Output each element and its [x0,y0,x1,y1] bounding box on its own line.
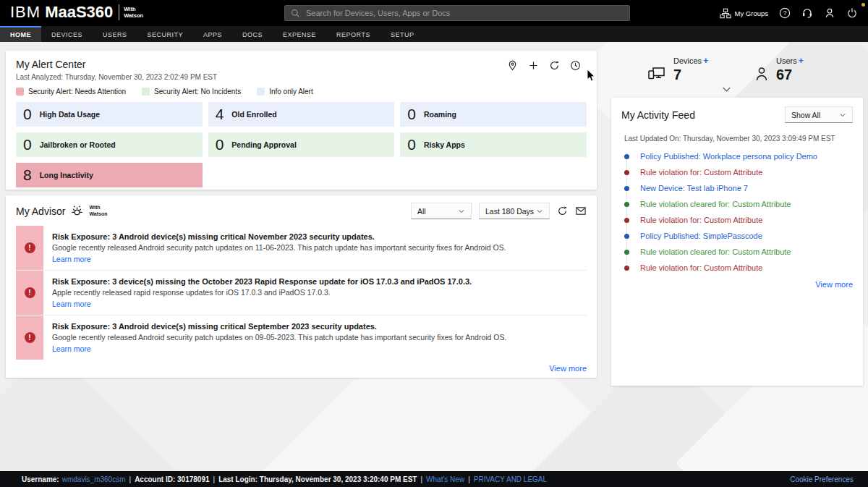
privacy-legal-link[interactable]: PRIVACY AND LEGAL [474,475,547,483]
feed-item-text: Policy Published: SimplePasscode [640,232,762,240]
nav-tab-apps[interactable]: APPS [193,26,232,42]
tile-label: Long Inactivity [40,171,93,179]
activity-feed-title: My Activity Feed [621,109,695,121]
maas360-dashboard: IBM MaaS360 With Watson My Groups ? [0,0,868,487]
devices-icon [647,66,666,82]
advisor-item: ! Risk Exposure: 3 device(s) missing the… [16,271,587,316]
advisor-range-select[interactable]: Last 180 Days [479,203,550,219]
whats-new-link[interactable]: What's New [426,475,464,483]
feed-dot-icon [624,170,629,175]
advisor-item-stripe: ! [16,226,43,270]
feed-item[interactable]: Policy Published: Workplace persona poli… [624,148,853,164]
tile-jailbroken-rooted[interactable]: 0 Jailbroken or Rooted [16,132,203,157]
nav-tab-devices[interactable]: DEVICES [41,26,93,42]
alert-legend: Security Alert: Needs Attention Security… [16,88,587,96]
tile-risky-apps[interactable]: 0 Risky Apps [400,132,587,157]
feed-view-more-link[interactable]: View more [815,280,853,289]
alert-center-title: My Alert Center [16,59,587,70]
tile-label: Old Enrolled [231,110,276,119]
add-device-button[interactable]: + [703,56,708,66]
tile-label: High Data Usage [40,110,100,119]
nav-tab-docs[interactable]: DOCS [232,26,273,42]
feed-item[interactable]: Policy Published: SimplePasscode [624,228,853,244]
footer-separator: | [129,475,132,483]
alert-center-panel: My Alert Center Last Analyzed: Thursday,… [6,51,597,190]
summary-collapse-chevron[interactable] [721,84,732,95]
users-icon [754,66,769,82]
feed-item-text: Rule violation for: Custom Attribute [640,216,762,224]
nav-tab-users[interactable]: USERS [93,26,137,42]
cookie-preferences-link[interactable]: Cookie Preferences [790,475,854,483]
feed-dot-icon [624,266,629,271]
logout-power-button[interactable] [846,7,858,19]
nav-tab-expense[interactable]: EXPENSE [273,26,326,42]
nav-tab-setup[interactable]: SETUP [380,26,425,42]
feed-item[interactable]: Rule violation for: Custom Attribute [624,212,853,228]
logo-watson: Watson [124,12,143,19]
legend-swatch-info [257,88,265,96]
refresh-icon[interactable] [557,206,568,216]
nav-tab-reports[interactable]: REPORTS [326,26,380,42]
legend-label: Security Alert: Needs Attention [28,88,126,96]
add-user-button[interactable]: + [799,56,804,66]
learn-more-link[interactable]: Learn more [52,255,91,263]
tile-count: 8 [23,166,32,184]
clock-history-icon[interactable] [570,60,581,71]
my-groups-button[interactable]: My Groups [720,8,768,19]
tile-high-data-usage[interactable]: 0 High Data Usage [16,102,203,127]
alert-center-toolbar [507,60,581,71]
feed-item[interactable]: Rule violation for: Custom Attribute [624,164,853,180]
exclamation-circle-icon: ! [25,242,35,253]
logo-with-watson: With Watson [124,6,143,19]
feed-item[interactable]: Rule violation cleared for: Custom Attri… [624,196,853,212]
help-button[interactable]: ? [779,7,791,19]
activity-feed-filter-select[interactable]: Show All [785,106,853,123]
learn-more-link[interactable]: Learn more [52,344,91,353]
support-headset-button[interactable] [801,7,813,19]
tile-long-inactivity[interactable]: 8 Long Inactivity [16,163,203,187]
nav-tab-home[interactable]: HOME [0,26,41,42]
top-bar-actions: My Groups ? [720,0,858,26]
learn-more-link[interactable]: Learn more [52,300,91,308]
advisor-title: My Advisor [16,206,65,217]
feed-dot-icon [624,234,629,239]
tile-label: Jailbroken or Rooted [40,140,116,149]
my-groups-label: My Groups [735,9,768,17]
feed-item[interactable]: Rule violation for: Custom Attribute [624,260,853,276]
logo-product-text: MaaS360 [45,3,113,22]
nav-tab-security[interactable]: SECURITY [137,26,194,42]
footer-account-label: Account ID: [135,475,175,483]
exclamation-circle-icon: ! [25,332,35,343]
plus-icon[interactable] [528,60,539,71]
feed-item-text: Rule violation for: Custom Attribute [640,168,762,177]
advisor-view-more-link[interactable]: View more [549,364,587,373]
users-count[interactable]: 67 [776,67,804,82]
feed-dot-icon [624,186,629,191]
map-pin-icon[interactable] [507,60,518,71]
refresh-icon[interactable] [549,60,560,71]
feed-item[interactable]: Rule violation cleared for: Custom Attri… [624,244,853,260]
footer-account-id: 30178091 [177,475,210,483]
devices-count[interactable]: 7 [673,67,708,82]
advisor-category-value: All [417,207,426,216]
footer-username-link[interactable]: wmdavis_m360csm [62,475,126,483]
activity-feed-last-updated: Last Updated On: Thursday, November 30, … [624,135,853,143]
logo-ibm-text: IBM [10,3,41,22]
top-bar: IBM MaaS360 With Watson My Groups ? [0,0,868,26]
advisor-range-value: Last 180 Days [485,207,534,216]
advisor-item-stripe: ! [16,271,43,315]
global-search [284,5,630,21]
search-input[interactable] [306,9,624,17]
tile-old-enrolled[interactable]: 4 Old Enrolled [208,102,395,127]
feed-item[interactable]: New Device: Test lab iPhone 7 [624,180,853,196]
tile-pending-approval[interactable]: 0 Pending Approval [208,132,395,157]
user-account-button[interactable] [824,7,835,19]
tile-roaming[interactable]: 0 Roaming [400,102,587,127]
tile-label: Roaming [424,110,456,119]
advisor-category-select[interactable]: All [411,203,472,219]
footer-last-login-value: Thursday, November 30, 2023 3:20:40 PM E… [260,475,417,483]
advisor-item-description: Google recently released Android securit… [52,243,506,252]
email-icon[interactable] [575,206,587,216]
advisor-title-group: My Advisor With Watson [16,204,108,218]
users-text-block: Users+ 67 [776,54,804,82]
